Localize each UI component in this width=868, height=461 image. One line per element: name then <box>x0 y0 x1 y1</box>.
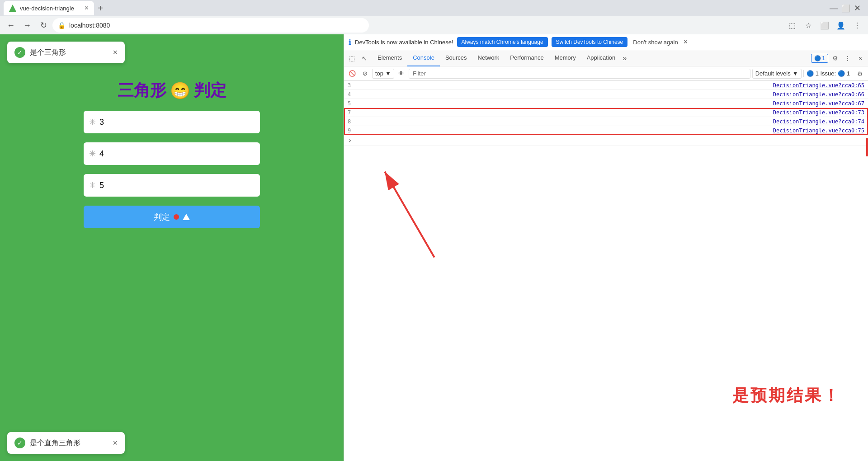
right-edge-indicator <box>866 138 868 156</box>
form-title: 三角形 😁 判定 <box>118 80 226 102</box>
console-line-3: 3 DecisionTriangle.vue?cca0:65 <box>344 81 868 90</box>
console-issues-badge[interactable]: 🔵 1 Issue: 🔵 1 <box>803 70 853 77</box>
tab-memory[interactable]: Memory <box>549 50 581 66</box>
nav-bar: ← → ↻ 🔒 localhost:8080 ⬚ ☆ ⬜ 👤 ⋮ <box>0 16 868 34</box>
toast-top-text: 是个三角形 <box>30 48 66 57</box>
menu-button[interactable]: ⋮ <box>850 18 864 33</box>
bookmark-button[interactable]: ☆ <box>801 18 816 33</box>
submit-label: 判定 <box>154 212 170 222</box>
spinner-icon-2: ✳ <box>89 149 96 159</box>
profile-button[interactable]: 👤 <box>834 18 848 33</box>
line-link-8[interactable]: DecisionTriangle.vue?cca0:74 <box>773 118 864 125</box>
element-picker-button[interactable]: ↖ <box>359 52 370 64</box>
tab-elements[interactable]: Elements <box>372 50 407 66</box>
highlighted-section: 7 DecisionTriangle.vue?cca0:73 8 Decisio… <box>344 108 868 135</box>
nav-actions: ⬚ ☆ ⬜ 👤 ⋮ <box>785 18 864 33</box>
annotation-text: 是预期结果！ <box>732 385 841 407</box>
window-close-button[interactable]: ✕ <box>854 3 861 13</box>
console-expand-line: › <box>344 135 868 146</box>
clear-console-button[interactable]: 🚫 <box>347 68 358 79</box>
input-wrapper-2: ✳ <box>84 142 260 165</box>
issues-count: 1 <box>822 55 825 61</box>
submit-button[interactable]: 判定 <box>84 206 260 228</box>
default-levels-button[interactable]: Default levels ▼ <box>752 69 802 79</box>
devtools-close-button[interactable]: × <box>854 52 866 64</box>
context-selector[interactable]: top ▼ <box>372 69 394 79</box>
issues-flag-icon: 🔵 <box>814 55 821 61</box>
input-field-2[interactable] <box>99 149 255 159</box>
notification-close-button[interactable]: × <box>684 38 688 46</box>
cast-button[interactable]: ⬚ <box>785 18 799 33</box>
app-form: 三角形 😁 判定 ✳ ✳ ✳ 判定 <box>0 80 344 228</box>
tab-console[interactable]: Console <box>407 50 440 66</box>
tab-performance[interactable]: Performance <box>505 50 549 66</box>
submit-dot-icon <box>174 214 179 220</box>
device-toggle-button[interactable]: ⬚ <box>346 52 358 64</box>
expand-arrow-icon[interactable]: › <box>348 136 352 145</box>
console-output-area: 3 DecisionTriangle.vue?cca0:65 4 Decisio… <box>344 81 868 461</box>
pause-exceptions-button[interactable]: ⊘ <box>359 68 370 79</box>
input-wrapper-1: ✳ <box>84 111 260 133</box>
line-number-3: 3 <box>348 82 361 89</box>
window-minimize-button[interactable]: — <box>830 4 838 13</box>
tab-network[interactable]: Network <box>472 50 505 66</box>
devtools-tabs: ⬚ ↖ Elements Console Sources Network Per… <box>344 50 868 66</box>
line-link-9[interactable]: DecisionTriangle.vue?cca0:75 <box>773 127 864 134</box>
notification-info-icon: ℹ <box>349 38 351 47</box>
forward-button[interactable]: → <box>20 18 34 33</box>
line-link-3[interactable]: DecisionTriangle.vue?cca0:65 <box>773 82 864 89</box>
match-language-button[interactable]: Always match Chrome's language <box>457 37 548 47</box>
switch-to-chinese-button[interactable]: Switch DevTools to Chinese <box>552 37 628 47</box>
default-levels-label: Default levels <box>755 70 791 77</box>
line-number-7: 7 <box>348 109 361 116</box>
issues-flag: 🔵 1 <box>838 70 850 77</box>
spinner-icon-1: ✳ <box>89 117 96 127</box>
console-toolbar: 🚫 ⊘ top ▼ 👁 Default levels ▼ 🔵 1 Issue: … <box>344 66 868 81</box>
toast-top-close-button[interactable]: × <box>113 48 118 57</box>
tab-sources[interactable]: Sources <box>440 50 472 66</box>
toast-notification-top: ✓ 是个三角形 × <box>7 42 125 63</box>
line-number-9: 9 <box>348 127 361 134</box>
devtools-panel: ℹ DevTools is now available in Chinese! … <box>344 34 868 461</box>
tab-application[interactable]: Application <box>581 50 621 66</box>
refresh-button[interactable]: ↻ <box>36 18 51 33</box>
address-text: localhost:8080 <box>69 22 110 29</box>
toast-bottom-check-icon: ✓ <box>14 437 25 448</box>
main-content: ✓ 是个三角形 × 三角形 😁 判定 ✳ ✳ ✳ <box>0 34 868 461</box>
toast-bottom-close-button[interactable]: × <box>113 438 118 448</box>
console-line-8: 8 DecisionTriangle.vue?cca0:74 <box>344 117 868 126</box>
line-number-8: 8 <box>348 118 361 125</box>
line-link-7[interactable]: DecisionTriangle.vue?cca0:73 <box>773 109 864 116</box>
extensions-button[interactable]: ⬜ <box>817 18 832 33</box>
console-filter-input[interactable] <box>409 69 750 79</box>
title-text-1: 三角形 <box>118 80 166 102</box>
console-line-5: 5 DecisionTriangle.vue?cca0:67 <box>344 99 868 108</box>
tab-bar: vue-decision-triangle × + — ⬜ ✕ <box>0 0 868 16</box>
input-field-3[interactable] <box>99 181 255 190</box>
tab-close-button[interactable]: × <box>85 4 89 12</box>
devtools-more-options-button[interactable]: ⋮ <box>842 52 854 64</box>
dont-show-again-button[interactable]: Don't show again <box>633 39 678 46</box>
issues-badge[interactable]: 🔵 1 <box>811 54 828 63</box>
console-settings-button[interactable]: ⚙ <box>854 68 865 79</box>
context-label: top <box>375 70 383 77</box>
eye-button[interactable]: 👁 <box>396 68 407 79</box>
devtools-settings-button[interactable]: ⚙ <box>829 52 841 64</box>
line-number-5: 5 <box>348 100 361 107</box>
issues-label: 1 Issue: <box>816 70 836 77</box>
address-bar[interactable]: 🔒 localhost:8080 <box>52 18 369 33</box>
tab-favicon-icon <box>9 5 16 12</box>
line-link-4[interactable]: DecisionTriangle.vue?cca0:66 <box>773 91 864 98</box>
browser-chrome: vue-decision-triangle × + — ⬜ ✕ ← → ↻ 🔒 … <box>0 0 868 34</box>
line-number-4: 4 <box>348 91 361 98</box>
input-field-1[interactable] <box>99 118 255 127</box>
browser-tab[interactable]: vue-decision-triangle × <box>4 1 94 15</box>
devtools-right-icons: 🔵 1 ⚙ ⋮ × <box>811 52 866 64</box>
default-levels-dropdown-icon: ▼ <box>793 70 798 77</box>
back-button[interactable]: ← <box>4 18 18 33</box>
line-link-5[interactable]: DecisionTriangle.vue?cca0:67 <box>773 100 864 107</box>
more-tabs-button[interactable]: » <box>621 54 628 62</box>
window-restore-button[interactable]: ⬜ <box>841 4 850 13</box>
console-line-4: 4 DecisionTriangle.vue?cca0:66 <box>344 90 868 99</box>
new-tab-button[interactable]: + <box>94 2 107 14</box>
